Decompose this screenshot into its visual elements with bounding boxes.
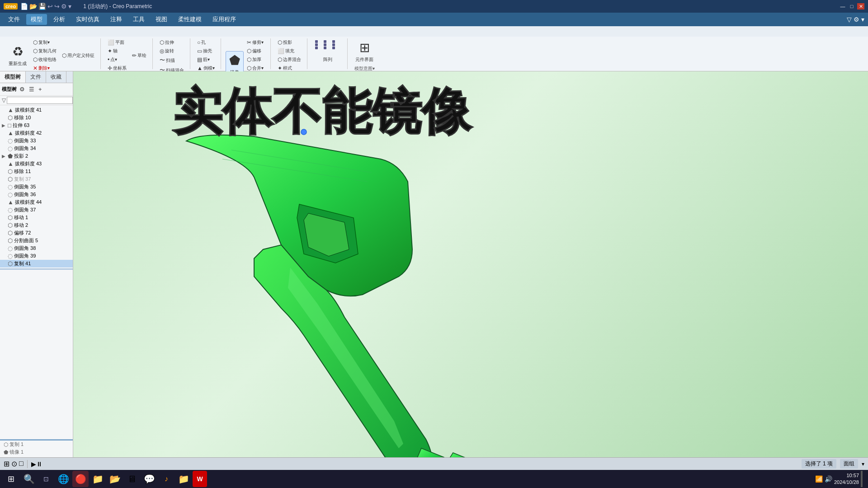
more-icon[interactable]: ▾ <box>68 3 71 10</box>
open-icon[interactable]: 📂 <box>29 3 37 10</box>
project-button[interactable]: ⬡ 投影 <box>275 38 303 47</box>
tree-item-remove11[interactable]: ⬡ 移除 11 <box>0 168 73 175</box>
app-icon-media[interactable]: ♪ <box>158 471 175 487</box>
revolve-button[interactable]: ◎ 旋转 <box>157 47 186 55</box>
menu-simulation[interactable]: 实时仿真 <box>71 14 104 25</box>
item-icon: □ <box>8 122 11 129</box>
app-icon-folder[interactable]: 📁 <box>175 471 192 487</box>
app-icon-store[interactable]: 🖥 <box>124 471 140 487</box>
shrink-button[interactable]: ⬡ 收缩包络 <box>31 56 59 64</box>
menu-analysis[interactable]: 分析 <box>49 14 70 25</box>
tree-add-button[interactable]: + <box>37 85 43 93</box>
plane-button[interactable]: ⬜ 平面 <box>105 38 129 47</box>
volume-icon[interactable]: 🔊 <box>825 475 832 483</box>
tree-item-draft44[interactable]: ▲ 拔模斜度 44 <box>0 198 73 206</box>
menu-view[interactable]: 视图 <box>151 14 172 25</box>
filter-input[interactable] <box>7 97 73 104</box>
tree-item-copy41[interactable]: ⬡ 复制 41 <box>0 260 73 267</box>
tree-item-extrude63[interactable]: ▶ □ 拉伸 63 <box>0 122 73 129</box>
tree-item-copy37[interactable]: ⬡ 复制 37 <box>0 175 73 183</box>
tab-model-tree[interactable]: 模型树 <box>0 71 26 83</box>
offset-button[interactable]: ⬡ 偏移 <box>245 47 267 55</box>
minimize-button[interactable]: — <box>839 3 846 9</box>
menu-apps[interactable]: 应用程序 <box>208 14 241 25</box>
app-icon-1[interactable]: 🔴 <box>72 471 89 487</box>
close-button[interactable]: ✕ <box>857 3 864 9</box>
menu-flexible[interactable]: 柔性建模 <box>174 14 206 25</box>
dropdown-arrow[interactable]: ▾ <box>862 461 864 467</box>
quick-access-toolbar[interactable]: 📄 📂 💾 ↩ ↪ ⚙ ▾ <box>20 3 71 10</box>
undo-icon[interactable]: ↩ <box>47 3 53 10</box>
clock[interactable]: 10:57 2024/10/28 <box>834 472 859 486</box>
redo-icon[interactable]: ↪ <box>54 3 60 10</box>
regen-icon[interactable]: ⚙ <box>61 3 67 10</box>
window-controls[interactable]: — □ ✕ <box>839 3 864 9</box>
tree-item-splitsurf5[interactable]: ⬡ 分割曲面 5 <box>0 237 73 244</box>
viewport[interactable]: 实体不能镜像 插入注释 <box>73 71 868 475</box>
tree-item-move2[interactable]: ⬡ 移动 2 <box>0 221 73 229</box>
tree-sub-mirror1[interactable]: ⬟ 镜像 1 <box>0 448 73 456</box>
app-icon-wechat[interactable]: 💬 <box>141 471 157 487</box>
app-icon-files[interactable]: 📂 <box>107 471 123 487</box>
point-button[interactable]: • 点▾ <box>105 56 129 64</box>
search-button[interactable]: 🔍 <box>21 471 37 487</box>
array-button[interactable]: 阵列 <box>312 38 344 65</box>
sweep-button[interactable]: 〜 扫描 <box>157 56 186 65</box>
tree-item-fillet33[interactable]: ◌ 倒圆角 33 <box>0 137 73 145</box>
tree-item-fillet39[interactable]: ◌ 倒圆角 39 <box>0 252 73 260</box>
tree-item-project2[interactable]: ▶ ⬟ 投影 2 <box>0 152 73 160</box>
layers-icon[interactable]: ⊞ <box>4 460 9 468</box>
menu-annotation[interactable]: 注释 <box>106 14 127 25</box>
menu-tools[interactable]: 工具 <box>128 14 149 25</box>
tree-item-fillet37[interactable]: ◌ 倒圆角 37 <box>0 206 73 214</box>
settings-icon[interactable]: ⚙ <box>854 16 859 23</box>
tab-files[interactable]: 文件 <box>26 71 46 83</box>
tab-favorites[interactable]: 收藏 <box>46 71 66 83</box>
extrude-button[interactable]: ⬡ 拉伸 <box>157 38 186 47</box>
tree-sub-copy1[interactable]: ⬡ 复制 1 <box>0 441 73 448</box>
tree-item-fillet38[interactable]: ◌ 倒圆角 38 <box>0 244 73 252</box>
tree-item-fillet36[interactable]: ◌ 倒圆角 36 <box>0 191 73 198</box>
app-icon-wps[interactable]: W <box>193 471 207 487</box>
help-icon[interactable]: ▽ <box>847 16 852 23</box>
edge-button[interactable]: 🌐 <box>55 471 71 487</box>
menu-model[interactable]: 模型 <box>26 14 47 25</box>
new-icon[interactable]: 📄 <box>20 3 28 10</box>
tree-item-fillet34[interactable]: ◌ 倒圆角 34 <box>0 145 73 152</box>
sketch-button[interactable]: ✏ 草绘 <box>130 52 149 60</box>
tree-item-fillet35[interactable]: ◌ 倒圆角 35 <box>0 183 73 191</box>
hole-button[interactable]: ○ 孔 <box>195 38 217 47</box>
paste-button[interactable]: ⬡ 复制几何 <box>31 47 59 55</box>
regenerate-button[interactable]: ♻ 重新生成 <box>5 42 30 69</box>
thicken-button[interactable]: ⬡ 加厚 <box>245 56 267 64</box>
ribbon-collapse-icon[interactable]: ▾ <box>861 16 864 23</box>
trim-button[interactable]: ✂ 修剪▾ <box>245 38 267 47</box>
maximize-button[interactable]: □ <box>848 3 855 9</box>
save-icon[interactable]: 💾 <box>38 3 46 10</box>
start-button[interactable]: ⊞ <box>2 470 20 488</box>
menu-file[interactable]: 文件 <box>4 14 24 25</box>
network-icon[interactable]: 📶 <box>815 475 823 483</box>
udf-button[interactable]: ⬡ 用户定义特征 <box>60 52 97 60</box>
tree-item-offset72[interactable]: ⬡ 偏移 72 <box>0 229 73 237</box>
camera-icon[interactable]: ⊙ <box>11 460 17 468</box>
tree-settings-button[interactable]: ⚙ <box>18 85 26 93</box>
tree-item-draft42[interactable]: ▲ 拔模斜度 42 <box>0 129 73 137</box>
tree-item-move1[interactable]: ⬡ 移动 1 <box>0 214 73 221</box>
rib-button[interactable]: ▤ 筋▾ <box>195 56 217 64</box>
item-icon: ⬡ <box>8 176 13 183</box>
shell-button[interactable]: ▭ 抽壳 <box>195 47 217 55</box>
tree-item-draft41[interactable]: ▲ 拔模斜度 41 <box>0 106 73 114</box>
display-icon[interactable]: □ <box>19 460 24 468</box>
fill-button[interactable]: ⬜ 填充 <box>275 47 303 55</box>
tree-expand-button[interactable]: ☰ <box>28 85 36 93</box>
tree-item-draft43[interactable]: ▲ 拔模斜度 43 <box>0 160 73 168</box>
boundary-blend-button[interactable]: ⬡ 边界混合 <box>275 56 303 64</box>
axis-button[interactable]: ✦ 轴 <box>105 47 129 55</box>
show-desktop-button[interactable] <box>861 471 863 487</box>
tree-item-remove10[interactable]: ⬡ 移除 10 <box>0 114 73 122</box>
task-view-button[interactable]: ⊡ <box>38 471 54 487</box>
component-interface-button[interactable]: ⊞ 元件界面 <box>352 38 377 65</box>
copy-button[interactable]: ⬡ 复制▾ <box>31 38 59 47</box>
app-icon-2[interactable]: 📁 <box>90 471 106 487</box>
